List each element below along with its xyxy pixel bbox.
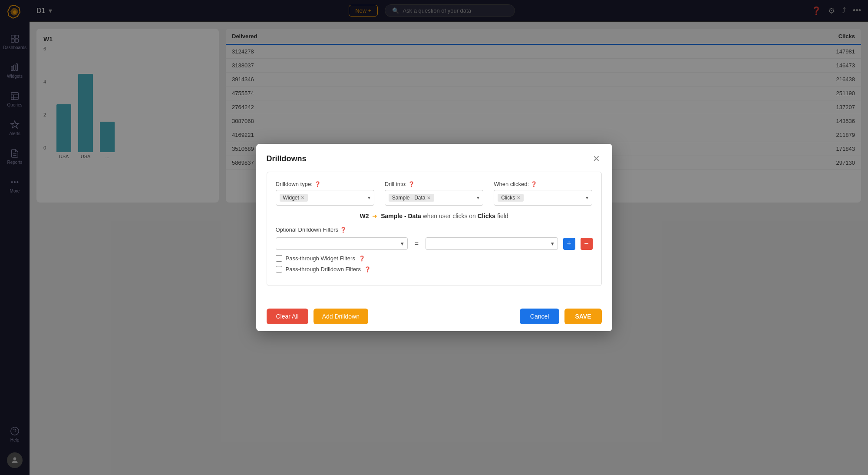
clear-all-button[interactable]: Clear All bbox=[267, 309, 308, 324]
filter-left-select[interactable]: ▾ bbox=[276, 237, 408, 250]
modal-overlay: Drilldowns ✕ Drilldown type: ❓ bbox=[0, 0, 868, 475]
summary-arrow-icon: ➜ bbox=[372, 213, 379, 219]
drilldown-type-field: Drilldown type: ❓ Widget × ▾ bbox=[276, 181, 374, 206]
when-clicked-input[interactable]: Clicks × ▾ bbox=[494, 190, 592, 206]
add-drilldown-button[interactable]: Add Drilldown bbox=[314, 309, 368, 324]
drill-into-label: Drill into: ❓ bbox=[385, 181, 483, 187]
drilldown-type-help-icon[interactable]: ❓ bbox=[314, 181, 321, 187]
optional-filters-label: Optional Drilldown Filters ❓ bbox=[276, 226, 593, 233]
drill-into-input[interactable]: Sample - Data × ▾ bbox=[385, 190, 483, 206]
when-clicked-tag: Clicks × bbox=[498, 194, 524, 202]
passthrough-widget-label[interactable]: Pass-through Widget Filters bbox=[286, 255, 355, 262]
when-clicked-help-icon[interactable]: ❓ bbox=[531, 181, 537, 187]
passthrough-widget-row: Pass-through Widget Filters ❓ bbox=[276, 255, 593, 262]
filter-left-dropdown-arrow[interactable]: ▾ bbox=[401, 240, 404, 247]
footer-right-actions: Cancel SAVE bbox=[520, 309, 602, 324]
filter-right-dropdown-arrow[interactable]: ▾ bbox=[551, 240, 554, 247]
drilldown-type-input[interactable]: Widget × ▾ bbox=[276, 190, 374, 206]
passthrough-widget-help-icon[interactable]: ❓ bbox=[359, 256, 365, 262]
filter-row: ▾ = ▾ + − bbox=[276, 237, 593, 250]
when-clicked-label: When clicked: ❓ bbox=[494, 181, 592, 187]
when-clicked-dropdown-arrow[interactable]: ▾ bbox=[586, 195, 588, 201]
passthrough-widget-checkbox[interactable] bbox=[276, 255, 282, 262]
drilldown-type-label: Drilldown type: ❓ bbox=[276, 181, 374, 187]
cancel-button[interactable]: Cancel bbox=[520, 309, 560, 324]
drill-into-dropdown-arrow[interactable]: ▾ bbox=[477, 195, 479, 201]
filter-add-button[interactable]: + bbox=[563, 238, 575, 250]
passthrough-drilldown-checkbox[interactable] bbox=[276, 266, 282, 272]
modal-header: Drilldowns ✕ bbox=[256, 144, 612, 172]
drilldown-config-row: Drilldown type: ❓ Widget × ▾ bbox=[267, 172, 602, 286]
config-fields: Drilldown type: ❓ Widget × ▾ bbox=[276, 181, 593, 206]
filter-remove-button[interactable]: − bbox=[581, 238, 593, 250]
filter-right-select[interactable]: ▾ bbox=[426, 237, 558, 250]
drill-into-help-icon[interactable]: ❓ bbox=[408, 181, 415, 187]
when-clicked-tag-remove[interactable]: × bbox=[517, 195, 520, 201]
drill-into-field: Drill into: ❓ Sample - Data × ▾ bbox=[385, 181, 483, 206]
modal-close-button[interactable]: ✕ bbox=[591, 153, 602, 165]
passthrough-drilldown-row: Pass-through Drilldown Filters ❓ bbox=[276, 266, 593, 272]
passthrough-drilldown-label[interactable]: Pass-through Drilldown Filters bbox=[286, 266, 361, 272]
save-button[interactable]: SAVE bbox=[564, 309, 601, 324]
drilldown-type-tag-remove[interactable]: × bbox=[301, 195, 304, 201]
drilldown-type-tag: Widget × bbox=[280, 194, 308, 202]
equals-sign: = bbox=[413, 240, 420, 248]
modal-footer: Clear All Add Drilldown Cancel SAVE bbox=[256, 302, 612, 331]
drill-into-tag-remove[interactable]: × bbox=[427, 195, 431, 201]
when-clicked-field: When clicked: ❓ Clicks × ▾ bbox=[494, 181, 592, 206]
modal-body: Drilldown type: ❓ Widget × ▾ bbox=[256, 172, 612, 302]
drilldowns-modal: Drilldowns ✕ Drilldown type: ❓ bbox=[256, 144, 612, 331]
passthrough-drilldown-help-icon[interactable]: ❓ bbox=[364, 266, 371, 272]
modal-title: Drilldowns bbox=[267, 154, 307, 163]
footer-left-actions: Clear All Add Drilldown bbox=[267, 309, 369, 324]
drill-into-tag: Sample - Data × bbox=[389, 194, 434, 202]
drilldown-summary: W2 ➜ Sample - Data when user clicks on C… bbox=[276, 213, 593, 219]
optional-filters-help-icon[interactable]: ❓ bbox=[340, 227, 347, 233]
drilldown-type-dropdown-arrow[interactable]: ▾ bbox=[368, 195, 370, 201]
